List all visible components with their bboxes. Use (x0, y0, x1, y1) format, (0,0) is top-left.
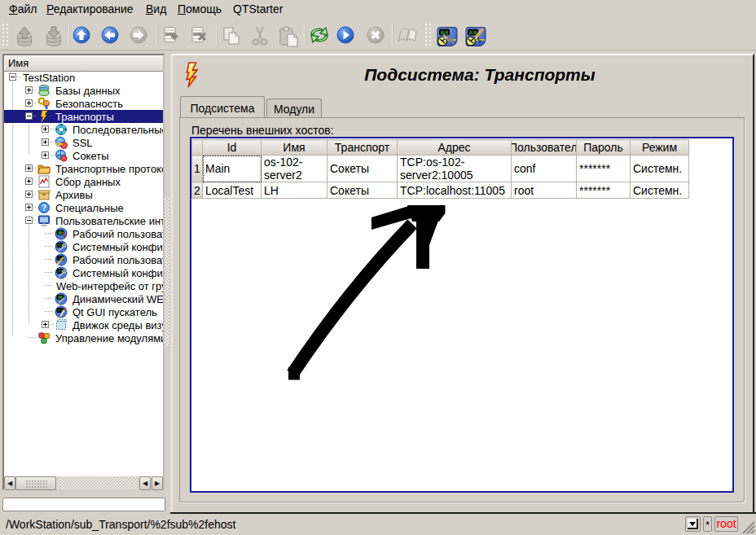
svg-text:W: W (59, 295, 63, 300)
svg-text:W: W (59, 230, 63, 235)
svg-text:?: ? (42, 204, 46, 213)
svg-text:8.8: 8.8 (469, 31, 477, 36)
